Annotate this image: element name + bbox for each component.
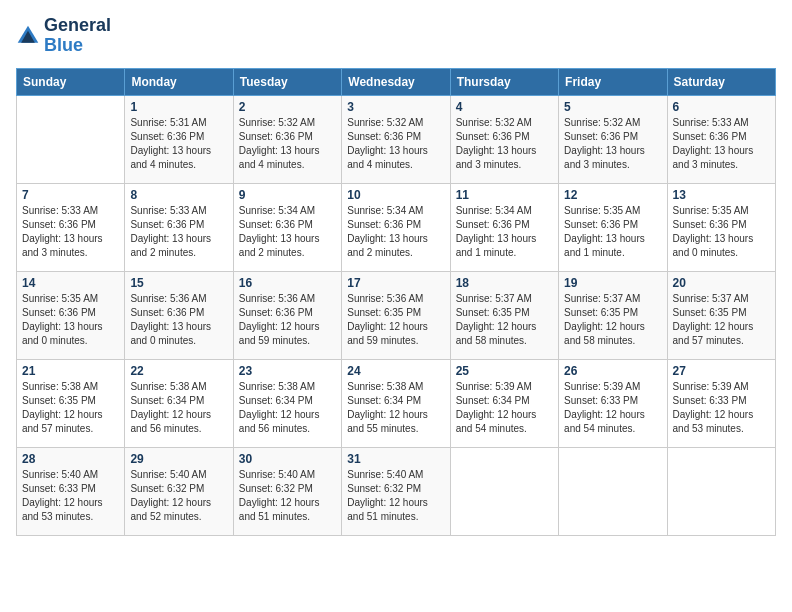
day-number: 23	[239, 364, 336, 378]
day-info: Sunrise: 5:33 AM Sunset: 6:36 PM Dayligh…	[22, 204, 119, 260]
calendar-cell: 9Sunrise: 5:34 AM Sunset: 6:36 PM Daylig…	[233, 183, 341, 271]
weekday-header: Saturday	[667, 68, 775, 95]
day-info: Sunrise: 5:38 AM Sunset: 6:34 PM Dayligh…	[130, 380, 227, 436]
day-number: 24	[347, 364, 444, 378]
calendar-cell: 30Sunrise: 5:40 AM Sunset: 6:32 PM Dayli…	[233, 447, 341, 535]
day-number: 13	[673, 188, 770, 202]
calendar-cell	[450, 447, 558, 535]
calendar-cell: 12Sunrise: 5:35 AM Sunset: 6:36 PM Dayli…	[559, 183, 667, 271]
weekday-header: Thursday	[450, 68, 558, 95]
day-info: Sunrise: 5:31 AM Sunset: 6:36 PM Dayligh…	[130, 116, 227, 172]
calendar-cell: 6Sunrise: 5:33 AM Sunset: 6:36 PM Daylig…	[667, 95, 775, 183]
calendar-cell: 22Sunrise: 5:38 AM Sunset: 6:34 PM Dayli…	[125, 359, 233, 447]
calendar-cell: 7Sunrise: 5:33 AM Sunset: 6:36 PM Daylig…	[17, 183, 125, 271]
day-number: 8	[130, 188, 227, 202]
weekday-header: Tuesday	[233, 68, 341, 95]
day-info: Sunrise: 5:33 AM Sunset: 6:36 PM Dayligh…	[130, 204, 227, 260]
calendar-week-row: 14Sunrise: 5:35 AM Sunset: 6:36 PM Dayli…	[17, 271, 776, 359]
day-number: 18	[456, 276, 553, 290]
calendar-cell: 2Sunrise: 5:32 AM Sunset: 6:36 PM Daylig…	[233, 95, 341, 183]
day-number: 1	[130, 100, 227, 114]
day-info: Sunrise: 5:36 AM Sunset: 6:35 PM Dayligh…	[347, 292, 444, 348]
day-number: 4	[456, 100, 553, 114]
calendar-cell: 11Sunrise: 5:34 AM Sunset: 6:36 PM Dayli…	[450, 183, 558, 271]
calendar-cell: 14Sunrise: 5:35 AM Sunset: 6:36 PM Dayli…	[17, 271, 125, 359]
day-info: Sunrise: 5:38 AM Sunset: 6:35 PM Dayligh…	[22, 380, 119, 436]
day-info: Sunrise: 5:32 AM Sunset: 6:36 PM Dayligh…	[347, 116, 444, 172]
day-info: Sunrise: 5:37 AM Sunset: 6:35 PM Dayligh…	[564, 292, 661, 348]
day-info: Sunrise: 5:40 AM Sunset: 6:33 PM Dayligh…	[22, 468, 119, 524]
calendar-cell: 16Sunrise: 5:36 AM Sunset: 6:36 PM Dayli…	[233, 271, 341, 359]
calendar-cell: 1Sunrise: 5:31 AM Sunset: 6:36 PM Daylig…	[125, 95, 233, 183]
day-info: Sunrise: 5:32 AM Sunset: 6:36 PM Dayligh…	[456, 116, 553, 172]
day-info: Sunrise: 5:39 AM Sunset: 6:34 PM Dayligh…	[456, 380, 553, 436]
day-info: Sunrise: 5:40 AM Sunset: 6:32 PM Dayligh…	[347, 468, 444, 524]
day-number: 14	[22, 276, 119, 290]
logo-line1: General	[44, 16, 111, 36]
day-number: 31	[347, 452, 444, 466]
day-info: Sunrise: 5:37 AM Sunset: 6:35 PM Dayligh…	[456, 292, 553, 348]
weekday-header: Monday	[125, 68, 233, 95]
calendar-cell: 25Sunrise: 5:39 AM Sunset: 6:34 PM Dayli…	[450, 359, 558, 447]
day-info: Sunrise: 5:39 AM Sunset: 6:33 PM Dayligh…	[673, 380, 770, 436]
calendar-cell: 24Sunrise: 5:38 AM Sunset: 6:34 PM Dayli…	[342, 359, 450, 447]
day-info: Sunrise: 5:36 AM Sunset: 6:36 PM Dayligh…	[130, 292, 227, 348]
day-number: 3	[347, 100, 444, 114]
day-number: 5	[564, 100, 661, 114]
calendar-cell: 31Sunrise: 5:40 AM Sunset: 6:32 PM Dayli…	[342, 447, 450, 535]
day-number: 7	[22, 188, 119, 202]
day-number: 11	[456, 188, 553, 202]
day-info: Sunrise: 5:35 AM Sunset: 6:36 PM Dayligh…	[22, 292, 119, 348]
calendar-cell: 8Sunrise: 5:33 AM Sunset: 6:36 PM Daylig…	[125, 183, 233, 271]
calendar-cell	[559, 447, 667, 535]
day-info: Sunrise: 5:34 AM Sunset: 6:36 PM Dayligh…	[347, 204, 444, 260]
day-number: 28	[22, 452, 119, 466]
day-info: Sunrise: 5:36 AM Sunset: 6:36 PM Dayligh…	[239, 292, 336, 348]
day-info: Sunrise: 5:39 AM Sunset: 6:33 PM Dayligh…	[564, 380, 661, 436]
calendar-cell: 29Sunrise: 5:40 AM Sunset: 6:32 PM Dayli…	[125, 447, 233, 535]
calendar-cell: 4Sunrise: 5:32 AM Sunset: 6:36 PM Daylig…	[450, 95, 558, 183]
day-info: Sunrise: 5:40 AM Sunset: 6:32 PM Dayligh…	[239, 468, 336, 524]
day-number: 30	[239, 452, 336, 466]
calendar-cell: 15Sunrise: 5:36 AM Sunset: 6:36 PM Dayli…	[125, 271, 233, 359]
day-info: Sunrise: 5:35 AM Sunset: 6:36 PM Dayligh…	[673, 204, 770, 260]
day-info: Sunrise: 5:35 AM Sunset: 6:36 PM Dayligh…	[564, 204, 661, 260]
weekday-header: Wednesday	[342, 68, 450, 95]
logo-line2: Blue	[44, 36, 111, 56]
calendar-week-row: 28Sunrise: 5:40 AM Sunset: 6:33 PM Dayli…	[17, 447, 776, 535]
calendar-cell: 19Sunrise: 5:37 AM Sunset: 6:35 PM Dayli…	[559, 271, 667, 359]
calendar-cell: 26Sunrise: 5:39 AM Sunset: 6:33 PM Dayli…	[559, 359, 667, 447]
calendar-cell: 3Sunrise: 5:32 AM Sunset: 6:36 PM Daylig…	[342, 95, 450, 183]
day-number: 2	[239, 100, 336, 114]
day-info: Sunrise: 5:38 AM Sunset: 6:34 PM Dayligh…	[347, 380, 444, 436]
calendar-cell: 18Sunrise: 5:37 AM Sunset: 6:35 PM Dayli…	[450, 271, 558, 359]
weekday-row: SundayMondayTuesdayWednesdayThursdayFrid…	[17, 68, 776, 95]
calendar-header: SundayMondayTuesdayWednesdayThursdayFrid…	[17, 68, 776, 95]
day-info: Sunrise: 5:34 AM Sunset: 6:36 PM Dayligh…	[456, 204, 553, 260]
calendar-cell: 27Sunrise: 5:39 AM Sunset: 6:33 PM Dayli…	[667, 359, 775, 447]
day-number: 20	[673, 276, 770, 290]
calendar-cell: 28Sunrise: 5:40 AM Sunset: 6:33 PM Dayli…	[17, 447, 125, 535]
day-number: 10	[347, 188, 444, 202]
weekday-header: Friday	[559, 68, 667, 95]
calendar-cell: 23Sunrise: 5:38 AM Sunset: 6:34 PM Dayli…	[233, 359, 341, 447]
day-number: 17	[347, 276, 444, 290]
calendar-week-row: 7Sunrise: 5:33 AM Sunset: 6:36 PM Daylig…	[17, 183, 776, 271]
day-info: Sunrise: 5:34 AM Sunset: 6:36 PM Dayligh…	[239, 204, 336, 260]
day-number: 25	[456, 364, 553, 378]
day-info: Sunrise: 5:32 AM Sunset: 6:36 PM Dayligh…	[564, 116, 661, 172]
calendar-cell	[667, 447, 775, 535]
day-info: Sunrise: 5:37 AM Sunset: 6:35 PM Dayligh…	[673, 292, 770, 348]
day-info: Sunrise: 5:40 AM Sunset: 6:32 PM Dayligh…	[130, 468, 227, 524]
day-number: 15	[130, 276, 227, 290]
day-number: 26	[564, 364, 661, 378]
calendar-week-row: 1Sunrise: 5:31 AM Sunset: 6:36 PM Daylig…	[17, 95, 776, 183]
logo-icon	[16, 24, 40, 48]
logo: General Blue	[16, 16, 111, 56]
calendar-cell: 20Sunrise: 5:37 AM Sunset: 6:35 PM Dayli…	[667, 271, 775, 359]
day-info: Sunrise: 5:38 AM Sunset: 6:34 PM Dayligh…	[239, 380, 336, 436]
calendar-cell: 5Sunrise: 5:32 AM Sunset: 6:36 PM Daylig…	[559, 95, 667, 183]
calendar-cell	[17, 95, 125, 183]
calendar-week-row: 21Sunrise: 5:38 AM Sunset: 6:35 PM Dayli…	[17, 359, 776, 447]
day-number: 29	[130, 452, 227, 466]
